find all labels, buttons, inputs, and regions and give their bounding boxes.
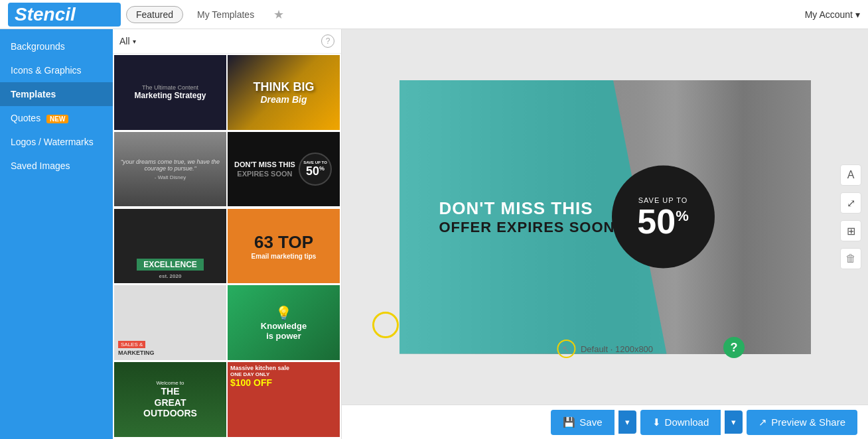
canvas-info-label: ↖ Default · 1200x800: [557, 340, 653, 358]
template-thumb-6[interactable]: 63 TOP Email marketing tips: [228, 209, 340, 284]
filter-label: All: [119, 36, 130, 46]
top-tabs: Featured My Templates ★: [126, 6, 805, 23]
star-icon[interactable]: ★: [273, 7, 284, 22]
cursor-indicator: [372, 312, 399, 338]
template-panel: All ▾ ? The Ultimate Content Marketing S…: [113, 29, 342, 439]
template-thumb-2[interactable]: THINK BIG Dream Big: [228, 55, 340, 130]
sidebar-item-templates[interactable]: Templates: [0, 82, 113, 106]
canvas-container[interactable]: DON'T MISS THIS OFFER EXPIRES SOON SAVE …: [342, 29, 868, 405]
template-thumb-8[interactable]: 💡 Knowledge is power: [228, 285, 340, 360]
download-label: Download: [665, 416, 709, 428]
text-tool-button[interactable]: A: [840, 164, 861, 186]
tab-my-templates[interactable]: My Templates: [187, 6, 264, 23]
panel-help-icon[interactable]: ?: [321, 34, 334, 48]
expand-tool-button[interactable]: ⤢: [840, 192, 861, 214]
tab-featured[interactable]: Featured: [126, 6, 183, 23]
bottom-toolbar: 💾 Save ▾ ⬇ Download ▾ ↗ Preview & Share: [342, 405, 868, 439]
download-dropdown-button[interactable]: ▾: [725, 410, 743, 434]
template-thumb-4[interactable]: DON'T MISS THISEXPIRES SOON SAVE UP TO 5…: [228, 132, 340, 207]
canvas-area: DON'T MISS THIS OFFER EXPIRES SOON SAVE …: [342, 29, 868, 439]
help-bubble[interactable]: ?: [723, 337, 745, 358]
new-badge: NEW: [46, 115, 68, 123]
template-thumb-10[interactable]: Massive kitchen sale ONE DAY ONLY $100 O…: [228, 362, 340, 437]
preview-label: Preview & Share: [771, 416, 845, 428]
cursor-icon: ↖: [557, 340, 575, 358]
template-thumb-9[interactable]: Welcome to THEGREATOUTDOORS: [114, 362, 226, 437]
template-thumb-1[interactable]: The Ultimate Content Marketing Strategy: [114, 55, 226, 130]
canvas-text-line1: DON'T MISS THIS: [439, 198, 615, 219]
my-account-label: My Account: [805, 9, 853, 20]
main-layout: Backgrounds Icons & Graphics Templates Q…: [0, 29, 868, 439]
save-label: Save: [579, 416, 602, 428]
template-thumb-7[interactable]: SALES & MARKETING: [114, 285, 226, 360]
template-thumb-3[interactable]: "your dreams come true, we have the cour…: [114, 132, 226, 207]
sidebar-item-saved-images[interactable]: Saved Images: [0, 154, 113, 178]
save-dropdown-button[interactable]: ▾: [618, 410, 636, 434]
canvas-preview: DON'T MISS THIS OFFER EXPIRES SOON SAVE …: [399, 80, 811, 354]
download-button[interactable]: ⬇ Download: [640, 410, 721, 435]
canvas-circle-badge: SAVE UP TO 50%: [612, 166, 715, 269]
app-logo: Stencil: [8, 3, 121, 27]
save-icon: 💾: [563, 416, 575, 428]
canvas-main-text: DON'T MISS THIS OFFER EXPIRES SOON: [439, 198, 615, 236]
sidebar: Backgrounds Icons & Graphics Templates Q…: [0, 29, 113, 439]
my-account[interactable]: My Account ▾: [805, 9, 860, 20]
canvas-percent: 50%: [637, 204, 688, 238]
delete-tool-button[interactable]: 🗑: [840, 248, 861, 269]
filter-chevron-icon: ▾: [133, 38, 136, 45]
sidebar-item-icons-graphics[interactable]: Icons & Graphics: [0, 58, 113, 82]
right-toolbar: A ⤢ ⊞ 🗑: [840, 164, 861, 269]
download-icon: ⬇: [652, 416, 661, 428]
sidebar-item-logos-watermarks[interactable]: Logos / Watermarks: [0, 130, 113, 154]
sidebar-item-backgrounds[interactable]: Backgrounds: [0, 34, 113, 58]
template-thumb-5[interactable]: EXCELLENCE est. 2020: [114, 209, 226, 284]
template-grid: The Ultimate Content Marketing Strategy …: [113, 54, 341, 439]
quotes-label: Quotes: [11, 113, 40, 123]
sidebar-item-quotes[interactable]: Quotes NEW: [0, 106, 113, 130]
save-button[interactable]: 💾 Save: [551, 410, 614, 435]
grid-tool-button[interactable]: ⊞: [840, 220, 861, 241]
panel-filter-bar: All ▾ ?: [113, 29, 341, 54]
filter-select[interactable]: All ▾: [119, 36, 136, 46]
canvas-text-line2: OFFER EXPIRES SOON: [439, 219, 615, 236]
top-bar: Stencil Featured My Templates ★ My Accou…: [0, 0, 868, 29]
preview-icon: ↗: [759, 416, 767, 428]
preview-share-button[interactable]: ↗ Preview & Share: [747, 410, 857, 435]
chevron-down-icon: ▾: [855, 9, 860, 20]
canvas-size-label: Default · 1200x800: [581, 344, 653, 354]
